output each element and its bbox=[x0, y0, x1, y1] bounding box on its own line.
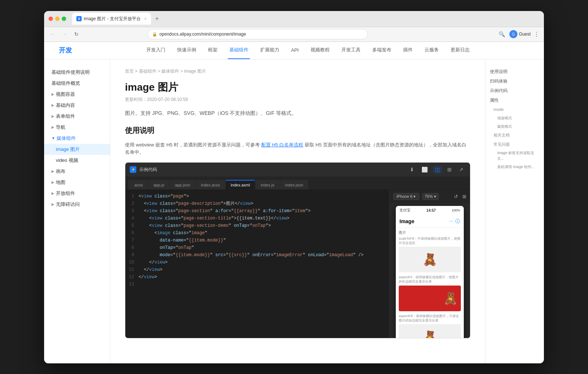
file-tab-1[interactable]: app.js bbox=[148, 180, 169, 189]
file-tab-6[interactable]: index.json bbox=[280, 180, 309, 189]
code-line-6: 6 <image class="image" bbox=[125, 229, 389, 237]
sidebar-item-8[interactable]: video 视频 bbox=[44, 155, 110, 166]
right-nav-9[interactable]: image 标签支持读取流文... bbox=[490, 149, 539, 163]
maximize-button[interactable] bbox=[62, 17, 66, 21]
nav-link-1[interactable]: 快速示例 bbox=[176, 41, 198, 59]
left-sidebar: 基础组件使用说明 基础组件概览 ▶ 视图容器 ▶ 基础内容 ▶ 表单组件 ▶ 导… bbox=[44, 59, 110, 363]
sidebar-item-7[interactable]: image 图片 bbox=[44, 144, 110, 155]
url-bar[interactable]: 🔒 opendocs.alipay.com/mini/component/ima… bbox=[147, 29, 368, 39]
forward-button[interactable]: → bbox=[60, 30, 69, 39]
chevron-right-icon: ▶ bbox=[51, 114, 54, 118]
sidebar-item-12[interactable]: ▶ 无障碍访问 bbox=[44, 199, 110, 210]
phone-header: Image ··· ⓘ bbox=[396, 215, 464, 228]
download-button[interactable]: ⬇ bbox=[408, 166, 416, 173]
minimize-button[interactable] bbox=[55, 17, 60, 21]
browser-tab[interactable]: 支 image 图片 - 支付宝开放平台 × bbox=[72, 13, 151, 25]
url-text: opendocs.alipay.com/mini/component/image bbox=[159, 32, 363, 37]
phone-status-bar: 支付宝 14:57 100% bbox=[396, 206, 464, 215]
back-button[interactable]: ← bbox=[49, 30, 57, 39]
right-nav-7[interactable]: 相关文档 bbox=[490, 131, 539, 140]
close-button[interactable] bbox=[49, 17, 53, 21]
phone-carrier: 支付宝 bbox=[399, 208, 410, 213]
phone-mockup: 支付宝 14:57 100% Image ··· ⓘ bbox=[390, 203, 470, 338]
nav-link-6[interactable]: 视频教程 bbox=[309, 41, 331, 59]
nav-link-11[interactable]: 更新日志 bbox=[449, 41, 471, 59]
demo-toolbar-actions: ⬇ ⬜ ◫ ⊞ ↗ bbox=[408, 166, 466, 173]
link-whitelist[interactable]: 配置 H5 白名单流程 bbox=[261, 142, 304, 148]
sidebar-item-9[interactable]: ▶ 画布 bbox=[44, 166, 110, 177]
tab-close-button[interactable]: × bbox=[144, 17, 147, 21]
right-nav-3[interactable]: 属性 bbox=[490, 95, 539, 105]
nav-link-2[interactable]: 框架 bbox=[207, 41, 219, 59]
file-tab-5[interactable]: index.js bbox=[255, 180, 279, 189]
nav-link-8[interactable]: 多端发布 bbox=[371, 41, 393, 59]
phone-time: 14:57 bbox=[426, 208, 436, 213]
nav-link-3[interactable]: 基础组件 bbox=[228, 41, 250, 59]
sidebar-item-10[interactable]: ▶ 地图 bbox=[44, 177, 110, 188]
site-logo[interactable]: 开发 bbox=[59, 46, 72, 55]
phone-img-2: 🧸 bbox=[399, 324, 461, 338]
nav-link-0[interactable]: 开发入门 bbox=[145, 41, 167, 59]
file-tab-2[interactable]: app.json bbox=[170, 180, 196, 189]
file-tab-4[interactable]: index.axml bbox=[226, 180, 255, 189]
refresh-preview-button[interactable]: ↺ bbox=[454, 194, 458, 199]
tab-favicon-icon: 支 bbox=[76, 16, 82, 21]
page-updated: 更新时间：2020-07-20 08:10:58 bbox=[125, 97, 470, 103]
phone-section-title: 图片 bbox=[399, 230, 461, 235]
sidebar-item-5[interactable]: ▶ 导航 bbox=[44, 122, 110, 133]
code-line-13: 13 bbox=[125, 281, 389, 288]
right-nav-10[interactable]: 真机调用 image 组件... bbox=[490, 163, 539, 171]
sidebar-item-2[interactable]: ▶ 视图容器 bbox=[44, 89, 110, 100]
grid-layout-button[interactable]: ⊞ bbox=[462, 194, 466, 199]
code-line-1: 1 <view class="page"> bbox=[125, 193, 389, 200]
chevron-right-icon: ▶ bbox=[51, 103, 54, 107]
code-line-10: 10 </view> bbox=[125, 259, 389, 266]
preview-toolbar: iPhone 6 ▾ 75% ▾ ↺ ⊞ bbox=[390, 190, 470, 203]
code-line-12: 12 </view> bbox=[125, 273, 389, 281]
right-nav-8[interactable]: 常见问题 bbox=[490, 140, 539, 149]
zoom-select[interactable]: 75% ▾ bbox=[422, 193, 439, 200]
content-area: 首页 > 基础组件 > 媒体组件 > image 图片 image 图片 更新时… bbox=[110, 59, 485, 363]
refresh-button[interactable]: ↻ bbox=[72, 30, 81, 39]
right-nav-1[interactable]: 扫码体验 bbox=[490, 76, 539, 86]
right-nav-5[interactable]: 缩放模式 bbox=[490, 114, 539, 122]
more-button[interactable]: ⋮ bbox=[534, 31, 539, 38]
device-select[interactable]: iPhone 6 ▾ bbox=[393, 193, 419, 200]
lock-icon: 🔒 bbox=[152, 32, 157, 37]
file-tab-3[interactable]: index.acss bbox=[196, 180, 225, 189]
avatar: G bbox=[509, 30, 517, 38]
right-nav-6[interactable]: 裁剪模式 bbox=[490, 122, 539, 131]
phone-content: 图片 scaleToFill：不保持纵横比缩放图片，使图片完全适应 🧸 aspe… bbox=[396, 228, 464, 338]
split-view-button[interactable]: ◫ bbox=[433, 166, 442, 173]
nav-link-4[interactable]: 扩展能力 bbox=[259, 41, 281, 59]
nav-link-7[interactable]: 开发工具 bbox=[340, 41, 362, 59]
sidebar-item-6[interactable]: ▼ 媒体组件 bbox=[44, 133, 110, 144]
breadcrumb: 首页 > 基础组件 > 媒体组件 > image 图片 bbox=[125, 68, 470, 75]
profile-button[interactable]: G Guest bbox=[509, 30, 531, 38]
right-nav-0[interactable]: 使用说明 bbox=[490, 67, 539, 76]
right-nav-2[interactable]: 示例代码 bbox=[490, 86, 539, 95]
code-editor[interactable]: 1 <view class="page"> 2 <view class="pag… bbox=[125, 190, 389, 338]
nav-link-9[interactable]: 插件 bbox=[402, 41, 414, 59]
phone-img-label-1: aspectFit：保持纵横比缩放图片，使图片的长边能完全显示出来 bbox=[399, 275, 461, 284]
sidebar-item-11[interactable]: ▶ 开放组件 bbox=[44, 188, 110, 199]
search-button[interactable]: 🔍 bbox=[498, 30, 506, 39]
sidebar-item-4[interactable]: ▶ 表单组件 bbox=[44, 111, 110, 122]
sidebar-item-3[interactable]: ▶ 基础内容 bbox=[44, 100, 110, 111]
sidebar-item-1[interactable]: 基础组件概览 bbox=[44, 78, 110, 89]
nav-link-5[interactable]: API bbox=[290, 42, 300, 59]
editor-preview: 1 <view class="page"> 2 <view class="pag… bbox=[125, 190, 470, 338]
title-bar: 支 image 图片 - 支付宝开放平台 × + bbox=[44, 11, 544, 27]
right-nav-4[interactable]: mode bbox=[490, 105, 539, 114]
sidebar-item-0[interactable]: 基础组件使用说明 bbox=[44, 67, 110, 78]
grid-button[interactable]: ⊞ bbox=[445, 166, 454, 173]
code-line-9: 9 mode="{{item.mode}}" src="{{src}}" onE… bbox=[125, 251, 389, 259]
new-tab-button[interactable]: + bbox=[155, 15, 159, 22]
phone-img-label-2: aspectFill：保持纵横比缩放图片，只保证图片的短边能完全显示出来 bbox=[399, 314, 461, 323]
file-tab-0[interactable]: .acss bbox=[128, 180, 148, 189]
nav-link-10[interactable]: 云服务 bbox=[423, 41, 440, 59]
code-line-3: 3 <view class="page-section" a:for="{{ar… bbox=[125, 207, 389, 215]
code-line-5: 5 <view class="page-section-demo" onTap=… bbox=[125, 222, 389, 229]
qrcode-button[interactable]: ⬜ bbox=[419, 166, 430, 173]
share-button[interactable]: ↗ bbox=[457, 166, 466, 173]
